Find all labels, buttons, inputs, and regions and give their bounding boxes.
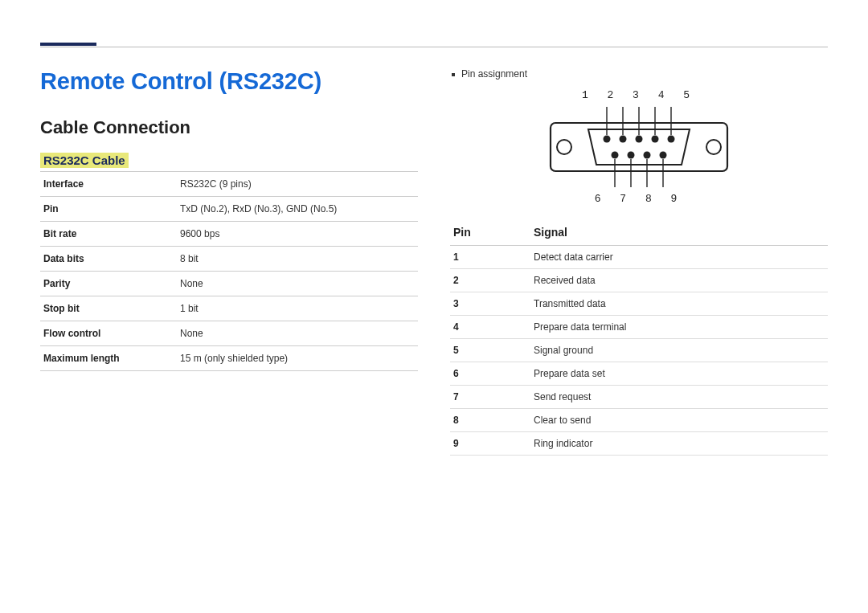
top-accent-bar — [40, 43, 96, 46]
pin-number: 3 — [450, 292, 530, 316]
table-row: 7Send request — [450, 386, 828, 409]
table-row: 6Prepare data set — [450, 362, 828, 386]
left-column: Remote Control (RS232C) Cable Connection… — [40, 68, 418, 456]
svg-point-3 — [604, 136, 611, 143]
table-row: 9Ring indicator — [450, 432, 828, 456]
svg-point-10 — [644, 152, 651, 159]
connector-diagram: 1 2 3 4 5 — [450, 89, 828, 205]
spec-key: Pin — [40, 197, 177, 222]
pin-signal: Detect data carrier — [530, 246, 828, 269]
svg-point-5 — [636, 136, 643, 143]
pin-number: 7 — [450, 386, 530, 409]
pin-signal: Signal ground — [530, 339, 828, 362]
pin-number: 2 — [450, 269, 530, 292]
signal-header: Signal — [530, 219, 828, 246]
spec-value: 8 bit — [177, 247, 418, 272]
svg-point-8 — [612, 152, 619, 159]
svg-point-9 — [628, 152, 635, 159]
spec-key: Flow control — [40, 321, 177, 346]
pin-number: 1 — [450, 246, 530, 269]
spec-value: 15 m (only shielded type) — [177, 346, 418, 371]
bottom-pin-numbers: 6 7 8 9 — [450, 193, 828, 205]
right-column: Pin assignment 1 2 3 4 5 — [450, 68, 828, 456]
table-row: Stop bit1 bit — [40, 296, 418, 321]
pin-header: Pin — [450, 219, 530, 246]
table-row: PinTxD (No.2), RxD (No.3), GND (No.5) — [40, 197, 418, 222]
table-row: 5Signal ground — [450, 339, 828, 362]
pin-signal: Send request — [530, 386, 828, 409]
pin-signal-table: Pin Signal 1Detect data carrier2Received… — [450, 219, 828, 456]
spec-value: 9600 bps — [177, 222, 418, 247]
top-pin-numbers: 1 2 3 4 5 — [450, 89, 828, 101]
bullet-text: Pin assignment — [461, 68, 527, 80]
spec-value: 1 bit — [177, 296, 418, 321]
subsection-title: RS232C Cable — [40, 153, 129, 168]
svg-point-4 — [620, 136, 627, 143]
svg-point-11 — [660, 152, 667, 159]
table-row: 3Transmitted data — [450, 292, 828, 316]
pin-number: 4 — [450, 316, 530, 339]
table-row: InterfaceRS232C (9 pins) — [40, 172, 418, 197]
spec-value: None — [177, 272, 418, 296]
pin-number: 9 — [450, 432, 530, 456]
table-row: Flow controlNone — [40, 321, 418, 346]
spec-key: Stop bit — [40, 296, 177, 321]
table-row: ParityNone — [40, 272, 418, 296]
svg-point-2 — [706, 140, 721, 154]
spec-key: Interface — [40, 172, 177, 197]
svg-point-7 — [668, 136, 675, 143]
spec-value: TxD (No.2), RxD (No.3), GND (No.5) — [177, 197, 418, 222]
pin-number: 8 — [450, 409, 530, 432]
table-row: Bit rate9600 bps — [40, 222, 418, 247]
pin-number: 6 — [450, 362, 530, 386]
table-row: 2Received data — [450, 269, 828, 292]
pin-signal: Transmitted data — [530, 292, 828, 316]
svg-point-1 — [557, 140, 571, 154]
table-row: 8Clear to send — [450, 409, 828, 432]
pin-number: 5 — [450, 339, 530, 362]
table-row: 4Prepare data terminal — [450, 316, 828, 339]
spec-key: Data bits — [40, 247, 177, 272]
spec-key: Parity — [40, 272, 177, 296]
spec-value: None — [177, 321, 418, 346]
svg-point-6 — [652, 136, 659, 143]
spec-value: RS232C (9 pins) — [177, 172, 418, 197]
bullet-icon — [452, 73, 455, 76]
table-row: 1Detect data carrier — [450, 246, 828, 269]
spec-key: Bit rate — [40, 222, 177, 247]
pin-assignment-label: Pin assignment — [452, 68, 828, 80]
top-divider — [40, 47, 828, 51]
table-row: Data bits8 bit — [40, 247, 418, 272]
spec-key: Maximum length — [40, 346, 177, 371]
pin-signal: Received data — [530, 269, 828, 292]
table-row: Maximum length15 m (only shielded type) — [40, 346, 418, 371]
pin-signal: Prepare data set — [530, 362, 828, 386]
db9-connector-icon — [547, 103, 731, 191]
spec-table: InterfaceRS232C (9 pins)PinTxD (No.2), R… — [40, 171, 418, 371]
pin-signal: Clear to send — [530, 409, 828, 432]
section-title: Cable Connection — [40, 117, 418, 138]
page-title: Remote Control (RS232C) — [40, 68, 418, 95]
pin-signal: Ring indicator — [530, 432, 828, 456]
pin-signal: Prepare data terminal — [530, 316, 828, 339]
